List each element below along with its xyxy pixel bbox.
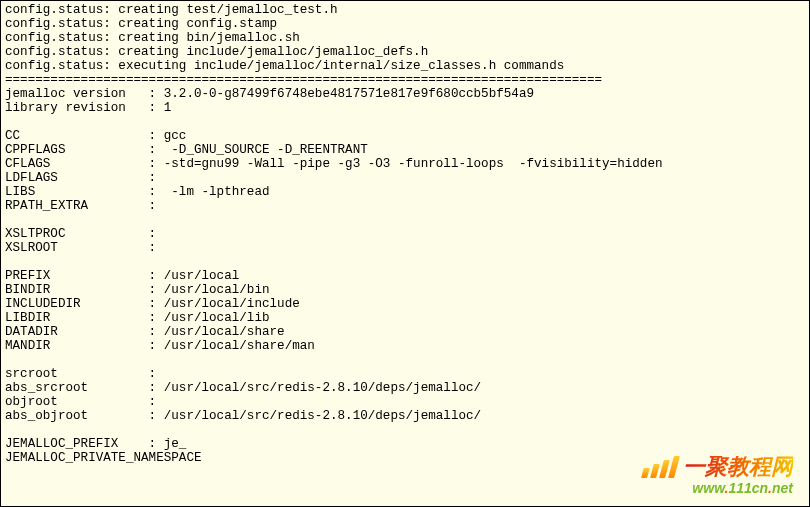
watermark-bars-icon: [641, 456, 680, 478]
terminal-output: config.status: creating test/jemalloc_te…: [1, 1, 809, 467]
watermark-title: 一聚教程网: [683, 452, 793, 482]
watermark: 一聚教程网 www.111cn.net: [644, 452, 793, 496]
watermark-url: www.111cn.net: [644, 480, 793, 496]
